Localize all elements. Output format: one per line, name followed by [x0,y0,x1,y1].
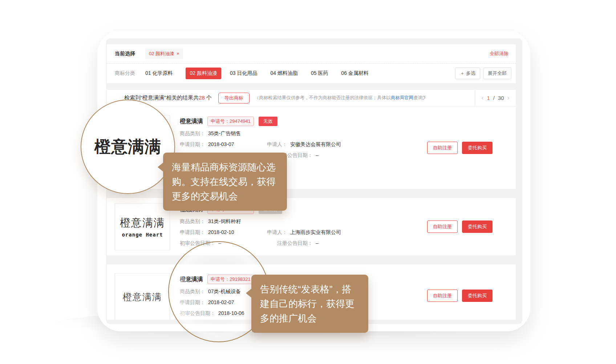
trademark-image-text: 橙意满满 [120,216,165,230]
callout-promotion: 告别传统“发表格”，搭建自己的标行，获得更多的推广机会 [251,275,368,333]
row-actions-3: 自助注册 委托购买 [427,290,493,302]
callout-arrow-icon [158,162,163,172]
application-number-label: 申请号： [211,118,230,124]
applicant-value: 安徽美达会展有限公司 [290,141,341,147]
magnifier-circle: 橙意满满 [81,100,175,194]
trademark-title-1: 橙意满满 申请号：29474941 无效 [180,117,358,126]
apply-date-value: 2018-03-07 [208,141,249,147]
clear-all-link[interactable]: 全部清除 [490,50,508,57]
page-separator: / [493,95,495,101]
trademark-name[interactable]: 橙意满满 [180,118,203,125]
multi-select-button[interactable]: ＋ 多选 [455,68,480,79]
applicant-value: 上海雨步实业有限公司 [290,229,341,235]
entrust-buy-button[interactable]: 委托购买 [462,290,493,302]
applicant-label: 申请人： [267,229,287,235]
row-actions-2: 自助注册 委托购买 [427,221,493,233]
category-value: 35类-广告销售 [208,130,241,136]
expand-all-button[interactable]: 展开全部 [483,68,511,79]
selected-filter-tag[interactable]: 02 颜料油漆× [145,48,183,59]
apply-date-value: 2018-02-10 [208,229,249,235]
results-summary-prefix: 检索到“橙意满满”相关的结果共 [124,94,199,101]
results-disclaimer: （商标检索结果仅供参考，不作为商标能否注册的法律依据；具体以商标局官网查询为准。… [255,95,425,101]
category-label: 商品类别： [180,218,205,224]
trademark-image-3: 橙意满满 [115,273,170,320]
remove-tag-icon[interactable]: × [177,51,179,56]
current-page: 1 [487,95,490,101]
self-register-button[interactable]: 自助注册 [427,142,458,154]
category-line: 商品类别：31类-饲料种籽 [180,218,358,225]
current-selection-label: 当前选择 [115,50,135,57]
category-label: 商品类别： [180,130,205,136]
category-list: 01 化学原料 02 颜料油漆 03 日化用品 04 燃料油脂 05 医药 06… [145,68,382,79]
category-actions: ＋ 多选 展开全部 [455,68,511,79]
callout-arrow-icon [246,288,252,298]
filter-panel: 当前选择 02 颜料油漆× 全部清除 商标分类 01 化学原料 02 颜料油漆 … [107,44,516,83]
disclaimer-text-post: 查询为准。） [413,95,425,100]
category-item-06[interactable]: 06 金属材料 [341,70,368,77]
apply-line: 申请日期：2018-02-10 申请人：上海雨步实业有限公司 [180,229,358,236]
next-page-icon[interactable]: › [507,94,510,102]
entrust-buy-button[interactable]: 委托购买 [462,221,493,233]
self-register-button[interactable]: 自助注册 [427,221,458,233]
row-divider [107,255,516,264]
applicant-label: 申请人： [267,141,287,147]
category-item-04[interactable]: 04 燃料油脂 [270,70,297,77]
current-selection-row: 当前选择 02 颜料油漆× 全部清除 [107,44,516,64]
disclaimer-text-pre: （商标检索结果仅供参考，不作为商标能否注册的法律依据；具体以 [255,95,391,100]
apply-date-label: 申请日期： [180,141,205,147]
total-pages: 30 [498,95,504,101]
trademark-image-text: 橙意满满 [123,291,162,303]
status-badge-invalid: 无效 [259,117,277,126]
entrust-buy-button[interactable]: 委托购买 [462,142,493,154]
category-item-03[interactable]: 03 日化用品 [230,70,257,77]
results-header: 检索到“橙意满满”相关的结果共28 个 导出商标 （商标检索结果仅供参考，不作为… [107,90,516,106]
callout-marketplace-text: 海量精品商标资源随心选购。支持在线交易，获得更多的交易机会 [172,162,276,202]
prev-page-icon[interactable]: ‹ [481,94,483,102]
apply-line: 申请日期：2018-03-07 申请人：安徽美达会展有限公司 [180,141,358,148]
reg-publication-label: 注册公告日期： [277,240,313,246]
magnified-trademark-text: 橙意满满 [94,136,161,158]
row-actions-1: 自助注册 委托购买 [427,142,493,154]
category-row: 商标分类 01 化学原料 02 颜料油漆 03 日化用品 04 燃料油脂 05 … [107,64,516,83]
trademark-details-1: 橙意满满 申请号：29474941 无效 商品类别：35类-广告销售 申请日期：… [180,115,358,159]
trademark-image-2: 橙意满满 orange Heart [115,203,170,250]
self-register-button[interactable]: 自助注册 [427,290,458,302]
page: 当前选择 02 颜料油漆× 全部清除 商标分类 01 化学原料 02 颜料油漆 … [0,0,616,364]
category-item-01[interactable]: 01 化学原料 [145,70,173,77]
reg-publication-value: – [316,152,319,158]
application-number-badge: 申请号：29474941 [207,117,254,126]
category-line: 商品类别：35类-广告销售 [180,130,358,137]
export-trademarks-button[interactable]: 导出商标 [218,93,250,104]
callout-promotion-text: 告别传统“发表格”，搭建自己的标行，获得更多的推广机会 [260,284,354,324]
category-value: 31类-饲料种籽 [208,218,241,224]
apply-date-label: 申请日期： [180,229,205,235]
results-count: 28 [199,94,205,101]
reg-publication-value: – [316,240,319,246]
application-number-value: 29474941 [230,118,251,124]
category-row-label: 商标分类 [115,70,135,77]
results-summary-suffix: 个 [205,94,212,101]
category-item-05[interactable]: 05 医药 [311,70,328,77]
category-item-02-selected[interactable]: 02 颜料油漆 [186,68,221,79]
trademark-office-link[interactable]: 商标局官网 [391,95,414,100]
trademark-image-subtext: orange Heart [122,232,163,238]
pagination: ‹ 1 / 30 › [475,90,516,106]
callout-marketplace: 海量精品商标资源随心选购。支持在线交易，获得更多的交易机会 [163,153,287,211]
selected-filter-tag-text: 02 颜料油漆 [149,51,174,56]
